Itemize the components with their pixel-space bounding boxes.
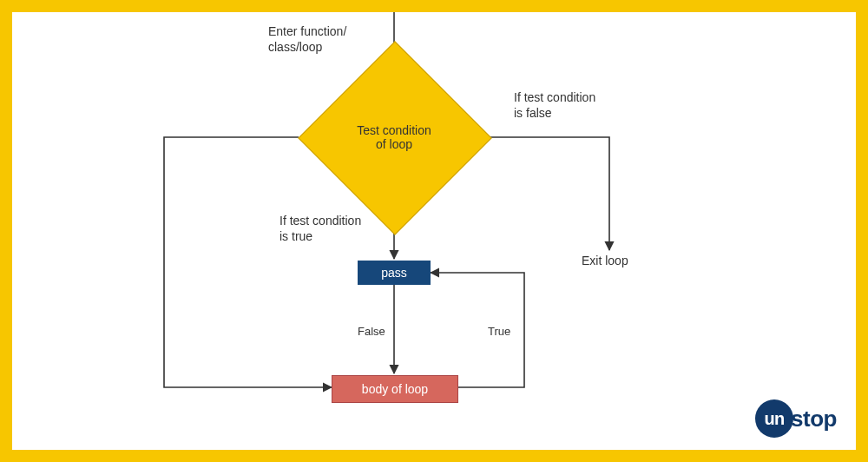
true-label: True	[488, 325, 510, 339]
exit-label-text: Exit loop	[582, 254, 628, 267]
true-label-text: True	[488, 325, 510, 338]
cond-true-label: If test condition is true	[279, 214, 361, 244]
cond-true-line2: is true	[279, 229, 312, 243]
diagram-frame: { "flow": { "entry_label_line1": "Enter …	[0, 0, 868, 462]
cond-true-line1: If test condition	[279, 214, 361, 228]
exit-label: Exit loop	[582, 254, 628, 269]
decision-text: Test condition of loop	[326, 69, 462, 205]
brand-logo: un stop	[755, 399, 837, 438]
logo-circle: un	[755, 399, 793, 438]
false-label-text: False	[358, 325, 385, 338]
entry-label-line1: Enter function/	[268, 24, 346, 38]
entry-label-line2: class/loop	[268, 40, 322, 54]
logo-circle-text: un	[764, 409, 784, 429]
entry-label: Enter function/ class/loop	[268, 24, 346, 55]
logo-tail-text: stop	[791, 406, 837, 432]
decision-line2: of loop	[376, 137, 412, 151]
pass-label: pass	[381, 266, 407, 280]
cond-false-line2: is false	[514, 106, 552, 120]
cond-false-label: If test condition is false	[514, 90, 595, 121]
false-label: False	[358, 325, 385, 339]
decision-node: Test condition of loop	[326, 69, 464, 207]
body-node: body of loop	[332, 375, 458, 403]
body-label: body of loop	[362, 382, 428, 396]
logo-tail: stop	[791, 406, 837, 432]
cond-false-line1: If test condition	[514, 90, 595, 104]
pass-node: pass	[358, 261, 431, 285]
decision-line1: Test condition	[357, 123, 431, 137]
